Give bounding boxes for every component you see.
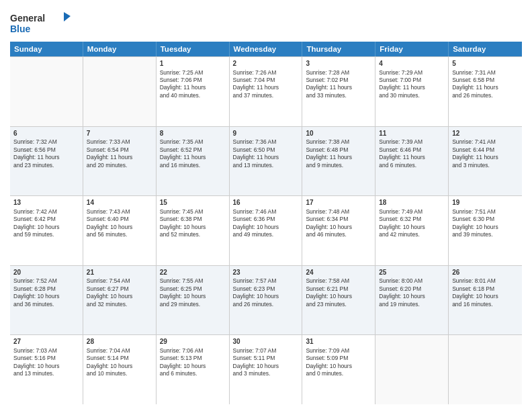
day-info-line: Sunset: 6:18 PM <box>452 285 519 293</box>
day-info-line: and 13 minutes. <box>233 162 299 169</box>
day-info-line: Sunset: 6:25 PM <box>160 285 226 293</box>
day-info-line: Sunset: 6:34 PM <box>306 216 371 223</box>
calendar-cell: 1Sunrise: 7:25 AMSunset: 7:06 PMDaylight… <box>157 57 230 126</box>
day-info-line: Daylight: 10 hours <box>233 293 299 300</box>
day-info-line: and 36 minutes. <box>13 301 79 308</box>
day-info-line: Sunrise: 7:55 AM <box>160 277 226 285</box>
day-info-line: Sunset: 5:13 PM <box>160 355 226 362</box>
day-info-line: and 33 minutes. <box>306 92 371 99</box>
calendar-cell: 6Sunrise: 7:32 AMSunset: 6:56 PMDaylight… <box>10 127 83 196</box>
calendar-cell: 23Sunrise: 7:57 AMSunset: 6:23 PMDayligh… <box>230 266 303 335</box>
day-number: 8 <box>160 129 226 138</box>
day-info-line: Daylight: 10 hours <box>306 363 371 370</box>
day-info-line: Sunrise: 7:09 AM <box>306 347 371 355</box>
day-number: 29 <box>160 337 226 347</box>
day-number: 5 <box>452 59 519 68</box>
header-tuesday: Tuesday <box>157 42 230 56</box>
day-number: 14 <box>87 198 152 208</box>
calendar-cell: 20Sunrise: 7:52 AMSunset: 6:28 PMDayligh… <box>10 266 83 335</box>
day-info-line: Daylight: 10 hours <box>379 293 445 300</box>
day-info-line: Daylight: 10 hours <box>13 293 79 300</box>
calendar-cell: 2Sunrise: 7:26 AMSunset: 7:04 PMDaylight… <box>230 57 303 126</box>
day-info-line: and 56 minutes. <box>87 231 152 238</box>
day-info-line: Sunrise: 7:28 AM <box>306 69 371 77</box>
day-info-line: Sunset: 7:00 PM <box>379 77 445 84</box>
day-info-line: Sunset: 7:02 PM <box>306 77 371 84</box>
calendar-cell: 11Sunrise: 7:39 AMSunset: 6:46 PMDayligh… <box>375 127 449 196</box>
day-info-line: Sunrise: 7:48 AM <box>306 208 371 216</box>
day-info-line: Sunrise: 7:26 AM <box>233 69 299 77</box>
day-info-line: Sunrise: 7:31 AM <box>452 69 519 77</box>
day-info-line: Daylight: 10 hours <box>233 224 299 231</box>
day-info-line: Sunrise: 7:45 AM <box>160 208 226 216</box>
calendar-cell <box>375 335 449 404</box>
day-info-line: Sunrise: 7:43 AM <box>87 208 152 216</box>
day-info-line: Sunset: 7:06 PM <box>160 77 226 84</box>
day-info-line: Daylight: 10 hours <box>306 224 371 231</box>
calendar-cell: 28Sunrise: 7:04 AMSunset: 5:14 PMDayligh… <box>83 335 157 404</box>
calendar-cell: 30Sunrise: 7:07 AMSunset: 5:11 PMDayligh… <box>230 335 303 404</box>
day-info-line: Sunset: 6:44 PM <box>452 146 519 154</box>
day-info-line: Sunrise: 7:25 AM <box>160 69 226 77</box>
day-info-line: and 46 minutes. <box>306 231 371 238</box>
calendar-cell: 14Sunrise: 7:43 AMSunset: 6:40 PMDayligh… <box>83 196 157 265</box>
day-info-line: Sunrise: 7:36 AM <box>233 138 299 146</box>
day-info-line: Sunrise: 7:57 AM <box>233 277 299 285</box>
calendar-cell <box>449 335 522 404</box>
day-info-line: and 40 minutes. <box>160 92 226 99</box>
day-info-line: Sunset: 6:50 PM <box>233 146 299 154</box>
day-info-line: Sunset: 6:52 PM <box>160 146 226 154</box>
day-info-line: Daylight: 11 hours <box>233 84 299 91</box>
day-number: 20 <box>13 268 79 277</box>
day-info-line: Daylight: 10 hours <box>87 363 152 370</box>
day-info-line: and 16 minutes. <box>160 162 226 169</box>
calendar-cell: 15Sunrise: 7:45 AMSunset: 6:38 PMDayligh… <box>157 196 230 265</box>
header-thursday: Thursday <box>302 42 375 56</box>
day-number: 1 <box>160 59 226 68</box>
day-number: 18 <box>379 198 445 208</box>
day-info-line: Sunset: 6:46 PM <box>379 146 445 154</box>
day-number: 28 <box>87 337 152 347</box>
day-info-line: Sunset: 6:40 PM <box>87 216 152 223</box>
day-info-line: Sunrise: 7:32 AM <box>13 138 79 146</box>
day-info-line: and 0 minutes. <box>306 370 371 377</box>
day-info-line: and 59 minutes. <box>13 231 79 238</box>
day-info-line: and 10 minutes. <box>87 370 152 377</box>
day-info-line: Daylight: 11 hours <box>452 154 519 161</box>
day-info-line: and 6 minutes. <box>160 370 226 377</box>
day-info-line: Sunset: 6:48 PM <box>306 146 371 154</box>
day-info-line: Sunrise: 7:49 AM <box>379 208 445 216</box>
day-info-line: Sunset: 5:14 PM <box>87 355 152 362</box>
calendar-cell: 29Sunrise: 7:06 AMSunset: 5:13 PMDayligh… <box>157 335 230 404</box>
day-info-line: Sunset: 6:28 PM <box>13 285 79 293</box>
day-info-line: Sunset: 5:11 PM <box>233 355 299 362</box>
day-number: 7 <box>87 129 152 138</box>
day-info-line: and 23 minutes. <box>13 162 79 169</box>
day-info-line: Sunset: 6:20 PM <box>379 285 445 293</box>
day-number: 27 <box>13 337 79 347</box>
calendar-row: 1Sunrise: 7:25 AMSunset: 7:06 PMDaylight… <box>10 57 522 127</box>
logo-svg: General Blue <box>10 9 71 38</box>
day-info-line: Sunrise: 7:39 AM <box>379 138 445 146</box>
day-number: 30 <box>233 337 299 347</box>
day-number: 21 <box>87 268 152 277</box>
day-info-line: and 23 minutes. <box>306 301 371 308</box>
day-info-line: Sunrise: 7:41 AM <box>452 138 519 146</box>
day-info-line: and 29 minutes. <box>160 301 226 308</box>
calendar-cell: 5Sunrise: 7:31 AMSunset: 6:58 PMDaylight… <box>449 57 522 126</box>
day-info-line: Daylight: 10 hours <box>13 363 79 370</box>
calendar-cell: 31Sunrise: 7:09 AMSunset: 5:09 PMDayligh… <box>302 335 375 404</box>
day-number: 26 <box>452 268 519 277</box>
day-info-line: Sunset: 6:30 PM <box>452 216 519 223</box>
day-info-line: Daylight: 10 hours <box>87 293 152 300</box>
day-info-line: Daylight: 10 hours <box>306 293 371 300</box>
day-info-line: and 3 minutes. <box>233 370 299 377</box>
page-header: General Blue <box>10 7 522 38</box>
calendar-cell: 17Sunrise: 7:48 AMSunset: 6:34 PMDayligh… <box>302 196 375 265</box>
day-info-line: Sunrise: 7:29 AM <box>379 69 445 77</box>
day-info-line: Daylight: 11 hours <box>379 154 445 161</box>
day-info-line: and 9 minutes. <box>306 162 371 169</box>
day-info-line: Sunset: 6:23 PM <box>233 285 299 293</box>
day-info-line: Sunset: 5:16 PM <box>13 355 79 362</box>
day-number: 23 <box>233 268 299 277</box>
